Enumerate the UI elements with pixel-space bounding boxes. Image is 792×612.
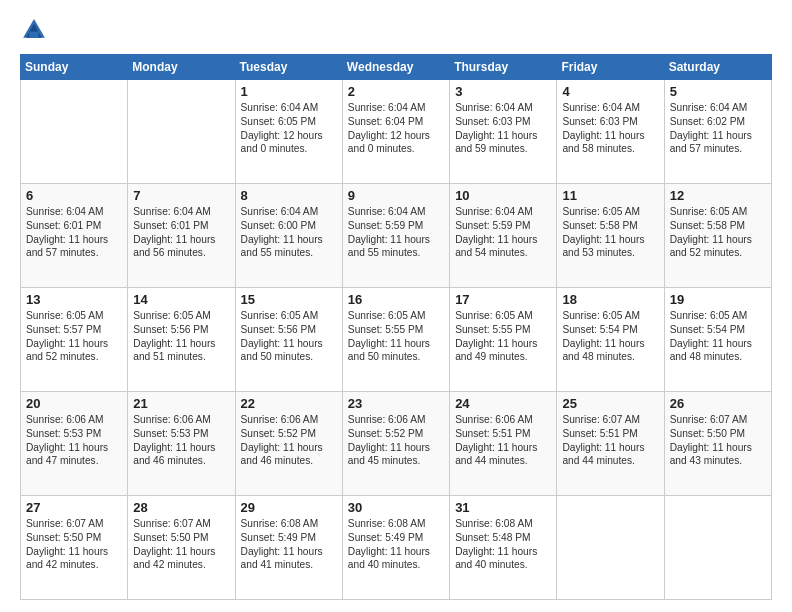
- cell-info-line: Sunrise: 6:08 AM: [241, 517, 337, 531]
- calendar-cell: 30Sunrise: 6:08 AMSunset: 5:49 PMDayligh…: [342, 496, 449, 600]
- day-number: 8: [241, 188, 337, 203]
- cell-info-line: Sunrise: 6:06 AM: [455, 413, 551, 427]
- day-header-friday: Friday: [557, 55, 664, 80]
- calendar-cell: 31Sunrise: 6:08 AMSunset: 5:48 PMDayligh…: [450, 496, 557, 600]
- cell-info-line: and 49 minutes.: [455, 350, 551, 364]
- day-number: 13: [26, 292, 122, 307]
- day-number: 29: [241, 500, 337, 515]
- cell-info-line: Sunrise: 6:07 AM: [133, 517, 229, 531]
- cell-info-line: Sunset: 5:54 PM: [670, 323, 766, 337]
- calendar-cell: 3Sunrise: 6:04 AMSunset: 6:03 PMDaylight…: [450, 80, 557, 184]
- cell-info-line: and 58 minutes.: [562, 142, 658, 156]
- day-number: 30: [348, 500, 444, 515]
- cell-info-line: and 47 minutes.: [26, 454, 122, 468]
- cell-info-line: Daylight: 11 hours: [562, 337, 658, 351]
- cell-info-line: Sunset: 5:51 PM: [455, 427, 551, 441]
- svg-rect-2: [29, 32, 38, 38]
- cell-info-line: and 40 minutes.: [348, 558, 444, 572]
- day-number: 11: [562, 188, 658, 203]
- cell-info-line: Sunrise: 6:05 AM: [133, 309, 229, 323]
- calendar-cell: 24Sunrise: 6:06 AMSunset: 5:51 PMDayligh…: [450, 392, 557, 496]
- day-header-saturday: Saturday: [664, 55, 771, 80]
- calendar-cell: [664, 496, 771, 600]
- cell-info-line: and 48 minutes.: [562, 350, 658, 364]
- cell-info-line: Sunrise: 6:05 AM: [562, 205, 658, 219]
- cell-info-line: Sunrise: 6:05 AM: [562, 309, 658, 323]
- day-number: 24: [455, 396, 551, 411]
- day-header-tuesday: Tuesday: [235, 55, 342, 80]
- calendar-cell: 26Sunrise: 6:07 AMSunset: 5:50 PMDayligh…: [664, 392, 771, 496]
- cell-info-line: Sunrise: 6:04 AM: [241, 205, 337, 219]
- calendar-cell: 22Sunrise: 6:06 AMSunset: 5:52 PMDayligh…: [235, 392, 342, 496]
- cell-info-line: Sunset: 5:51 PM: [562, 427, 658, 441]
- cell-info-line: Sunset: 5:55 PM: [455, 323, 551, 337]
- cell-info-line: Sunset: 5:54 PM: [562, 323, 658, 337]
- day-number: 21: [133, 396, 229, 411]
- cell-info-line: and 56 minutes.: [133, 246, 229, 260]
- cell-info-line: Daylight: 11 hours: [455, 545, 551, 559]
- calendar-table: SundayMondayTuesdayWednesdayThursdayFrid…: [20, 54, 772, 600]
- cell-info-line: Sunset: 6:02 PM: [670, 115, 766, 129]
- day-header-thursday: Thursday: [450, 55, 557, 80]
- cell-info-line: Sunrise: 6:05 AM: [670, 205, 766, 219]
- cell-info-line: Daylight: 12 hours: [241, 129, 337, 143]
- calendar-cell: 13Sunrise: 6:05 AMSunset: 5:57 PMDayligh…: [21, 288, 128, 392]
- cell-info-line: Sunrise: 6:06 AM: [348, 413, 444, 427]
- cell-info-line: Sunrise: 6:05 AM: [241, 309, 337, 323]
- cell-info-line: and 57 minutes.: [670, 142, 766, 156]
- cell-info-line: and 45 minutes.: [348, 454, 444, 468]
- cell-info-line: and 55 minutes.: [241, 246, 337, 260]
- day-number: 1: [241, 84, 337, 99]
- calendar-cell: 5Sunrise: 6:04 AMSunset: 6:02 PMDaylight…: [664, 80, 771, 184]
- cell-info-line: Sunset: 5:53 PM: [26, 427, 122, 441]
- cell-info-line: Sunrise: 6:06 AM: [133, 413, 229, 427]
- cell-info-line: Sunset: 5:57 PM: [26, 323, 122, 337]
- cell-info-line: Daylight: 11 hours: [670, 441, 766, 455]
- cell-info-line: Sunrise: 6:08 AM: [348, 517, 444, 531]
- cell-info-line: Daylight: 11 hours: [562, 129, 658, 143]
- cell-info-line: and 52 minutes.: [670, 246, 766, 260]
- cell-info-line: and 46 minutes.: [133, 454, 229, 468]
- calendar-cell: 14Sunrise: 6:05 AMSunset: 5:56 PMDayligh…: [128, 288, 235, 392]
- cell-info-line: and 42 minutes.: [26, 558, 122, 572]
- cell-info-line: Sunset: 5:50 PM: [133, 531, 229, 545]
- calendar-header-row: SundayMondayTuesdayWednesdayThursdayFrid…: [21, 55, 772, 80]
- cell-info-line: and 44 minutes.: [455, 454, 551, 468]
- day-number: 31: [455, 500, 551, 515]
- cell-info-line: Daylight: 11 hours: [26, 337, 122, 351]
- day-header-monday: Monday: [128, 55, 235, 80]
- cell-info-line: Daylight: 11 hours: [348, 441, 444, 455]
- cell-info-line: Sunset: 5:49 PM: [348, 531, 444, 545]
- cell-info-line: Sunset: 5:56 PM: [241, 323, 337, 337]
- cell-info-line: Sunset: 5:50 PM: [26, 531, 122, 545]
- cell-info-line: Daylight: 11 hours: [562, 441, 658, 455]
- cell-info-line: Sunset: 5:49 PM: [241, 531, 337, 545]
- cell-info-line: Daylight: 11 hours: [348, 337, 444, 351]
- day-number: 3: [455, 84, 551, 99]
- day-number: 16: [348, 292, 444, 307]
- day-number: 25: [562, 396, 658, 411]
- week-row-5: 27Sunrise: 6:07 AMSunset: 5:50 PMDayligh…: [21, 496, 772, 600]
- day-number: 19: [670, 292, 766, 307]
- cell-info-line: Sunset: 5:58 PM: [562, 219, 658, 233]
- cell-info-line: Daylight: 11 hours: [26, 233, 122, 247]
- cell-info-line: Sunrise: 6:04 AM: [455, 101, 551, 115]
- calendar-cell: 23Sunrise: 6:06 AMSunset: 5:52 PMDayligh…: [342, 392, 449, 496]
- calendar-cell: 20Sunrise: 6:06 AMSunset: 5:53 PMDayligh…: [21, 392, 128, 496]
- cell-info-line: and 44 minutes.: [562, 454, 658, 468]
- cell-info-line: and 50 minutes.: [241, 350, 337, 364]
- cell-info-line: Sunset: 5:52 PM: [241, 427, 337, 441]
- page: SundayMondayTuesdayWednesdayThursdayFrid…: [0, 0, 792, 612]
- day-number: 18: [562, 292, 658, 307]
- cell-info-line: and 43 minutes.: [670, 454, 766, 468]
- cell-info-line: Sunset: 5:53 PM: [133, 427, 229, 441]
- calendar-cell: 8Sunrise: 6:04 AMSunset: 6:00 PMDaylight…: [235, 184, 342, 288]
- cell-info-line: Sunrise: 6:04 AM: [670, 101, 766, 115]
- day-number: 23: [348, 396, 444, 411]
- day-number: 22: [241, 396, 337, 411]
- cell-info-line: Sunset: 6:01 PM: [26, 219, 122, 233]
- cell-info-line: and 41 minutes.: [241, 558, 337, 572]
- calendar-cell: 6Sunrise: 6:04 AMSunset: 6:01 PMDaylight…: [21, 184, 128, 288]
- cell-info-line: Sunrise: 6:04 AM: [241, 101, 337, 115]
- calendar-cell: [557, 496, 664, 600]
